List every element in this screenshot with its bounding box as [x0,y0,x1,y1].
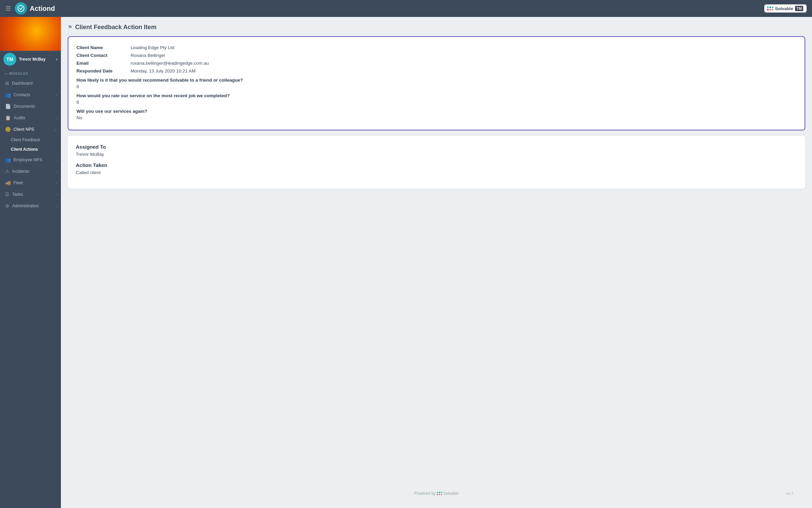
version-label: v1.7 [786,491,793,495]
footer-solvable-label: Solvable [443,491,459,496]
solvable-badge: Solvable TM [764,4,807,13]
dot-4 [767,9,769,10]
sidebar-item-client-actions[interactable]: Client Actions [0,145,61,154]
footer: Powered by Solvable v1.7 [68,486,805,501]
avatar: TM [3,53,16,66]
client-contact-value: Roxana Bellinger [131,53,165,58]
client-nps-icon: 😊 [5,127,11,132]
client-nps-chevron-icon: ⌄ [54,128,57,131]
responded-date-row: Responded Date Monday, 13 July 2020 10:2… [76,68,796,73]
sidebar-item-dashboard[interactable]: ⊞ Dashboard [0,78,61,89]
fleet-icon: 🚚 [5,180,11,186]
responded-date-label: Responded Date [76,68,131,73]
user-info[interactable]: TM Trevor McBay ▾ [0,51,61,68]
svg-point-0 [18,5,24,12]
answer-1-text: 8 [76,84,796,89]
contacts-icon: 👥 [5,92,11,98]
nav-item-left: ⚙ Administration [5,203,39,209]
nav-item-left: 📄 Documents [5,104,35,109]
employee-nps-icon: 👥 [5,157,11,163]
responded-date-value: Monday, 13 July 2020 10:21 AM [131,68,196,73]
app-body: TM Trevor McBay ▾ — MODULES ⊞ Dashboard … [0,17,812,508]
administration-icon: ⚙ [5,203,9,209]
fdot-2 [439,492,440,493]
incidents-icon: ⚠ [5,169,9,174]
logo: Actiond [15,2,55,15]
solvable-footer-icon [437,492,442,495]
nav-item-left: ☰ Tasks [5,192,23,197]
sidebar-item-incidents[interactable]: ⚠ Incidents › [0,166,61,177]
dot-1 [767,6,769,8]
answer-3-text: No [76,115,796,120]
fleet-chevron-icon: › [56,181,57,185]
main-content: ⚑ Client Feedback Action Item Client Nam… [61,17,812,508]
nav-item-left: 👥 Employee NPS [5,157,42,163]
sidebar-item-client-feedback[interactable]: Client Feedback [0,135,61,145]
email-row: Email roxana.bellinger@leadingedge.com.a… [76,61,796,66]
fdot-4 [437,494,438,495]
topnav-right: Solvable TM [764,4,807,13]
fdot-3 [441,492,442,493]
feedback-card: Client Name Leading Edge Pty Ltd Client … [68,36,805,130]
fdot-6 [441,494,442,495]
sidebar-item-employee-nps[interactable]: 👥 Employee NPS › [0,154,61,166]
page-header: ⚑ Client Feedback Action Item [68,24,805,31]
fdot-5 [439,494,440,495]
solvable-dots-icon [767,6,773,10]
audits-label: Audits [14,115,25,120]
nav-item-left: 🚚 Fleet [5,180,23,186]
contacts-chevron-icon: › [56,93,57,97]
sidebar-item-tasks[interactable]: ☰ Tasks › [0,189,61,200]
employee-nps-chevron-icon: › [56,158,57,162]
client-name-value: Leading Edge Pty Ltd [131,45,174,50]
sidebar-item-fleet[interactable]: 🚚 Fleet › [0,177,61,189]
powered-by-label: Powered by [414,491,435,496]
question-1-text: How likely is it that you would recommen… [76,78,796,83]
dot-6 [772,9,773,10]
actiond-logo-svg [18,5,24,12]
audits-chevron-icon: › [56,116,57,120]
logo-icon [15,2,27,15]
user-name: Trevor McBay [19,57,46,62]
audits-icon: 📋 [5,115,11,121]
nav-item-left: ⚠ Incidents [5,169,29,174]
hamburger-button[interactable]: ☰ [5,5,11,12]
documents-label: Documents [14,104,35,109]
question-3-text: Will you use our services again? [76,109,796,114]
assigned-to-value: Trevor McBay [76,152,797,157]
action-card: Assigned To Trevor McBay Action Taken Ca… [68,136,805,189]
tasks-icon: ☰ [5,192,9,197]
tasks-chevron-icon: › [56,193,57,196]
logo-text: Actiond [30,5,55,13]
sidebar-item-client-nps[interactable]: 😊 Client NPS ⌄ [0,124,61,135]
sidebar-item-contacts[interactable]: 👥 Contacts › [0,89,61,101]
answer-2-text: 8 [76,100,796,105]
dot-3 [772,6,773,8]
email-value: roxana.bellinger@leadingedge.com.au [131,61,209,66]
documents-icon: 📄 [5,104,11,109]
client-name-row: Client Name Leading Edge Pty Ltd [76,45,796,50]
client-name-label: Client Name [76,45,131,50]
sidebar-item-administration[interactable]: ⚙ Administration › [0,200,61,212]
action-taken-value: Called client [76,170,797,175]
client-contact-row: Client Contact Roxana Bellinger [76,53,796,58]
tasks-label: Tasks [12,192,23,197]
assigned-to-heading: Assigned To [76,144,797,150]
employee-nps-label: Employee NPS [14,157,42,162]
sidebar-item-audits[interactable]: 📋 Audits › [0,112,61,124]
administration-label: Administration [12,204,39,208]
modules-label: — MODULES [0,68,61,78]
topnav: ☰ Actiond Solvable TM [0,0,812,17]
user-dropdown-caret[interactable]: ▾ [56,58,58,61]
sidebar-item-documents[interactable]: 📄 Documents [0,101,61,112]
fleet-label: Fleet [14,181,23,185]
client-contact-label: Client Contact [76,53,131,58]
question-2-text: How would you rate our service on the mo… [76,93,796,98]
dashboard-label: Dashboard [12,81,32,86]
incidents-label: Incidents [12,169,29,174]
page-title: Client Feedback Action Item [75,24,156,31]
solvable-text: Solvable [775,6,793,11]
topnav-left: ☰ Actiond [5,2,55,15]
fdot-1 [437,492,438,493]
page-header-icon: ⚑ [68,24,72,30]
